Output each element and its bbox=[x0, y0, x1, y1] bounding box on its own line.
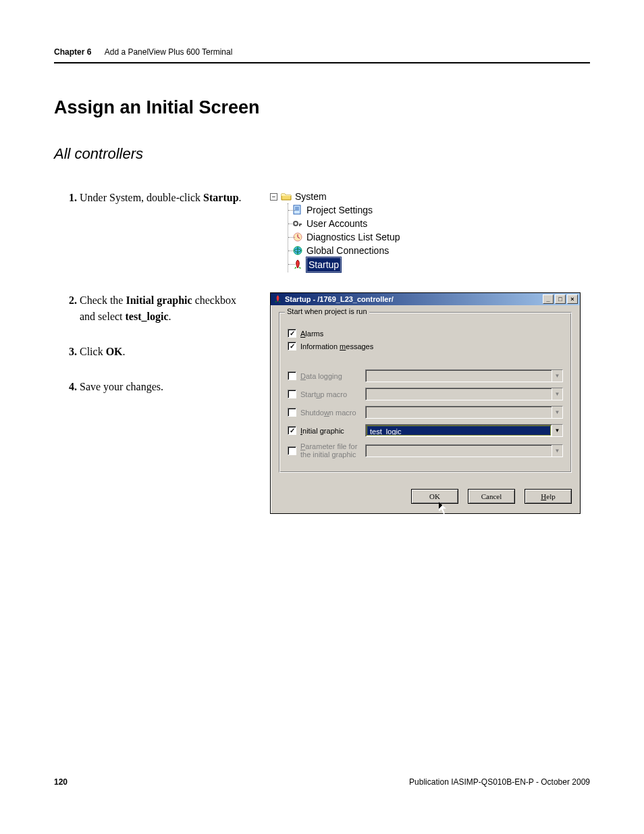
svg-point-4 bbox=[294, 221, 298, 226]
startup-macro-row: Startup macro ▼ bbox=[288, 388, 563, 400]
shutdown-macro-label: Shutdown macro bbox=[300, 409, 361, 417]
close-button[interactable]: × bbox=[567, 294, 578, 304]
startup-macro-combo: ▼ bbox=[365, 388, 563, 400]
data-logging-combo: ▼ bbox=[365, 369, 563, 382]
shutdown-macro-row: Shutdown macro ▼ bbox=[288, 406, 563, 419]
dialog-titlebar[interactable]: Startup - /1769_L23_controller/ _ □ × bbox=[271, 293, 580, 305]
page-header: Chapter 6 Add a PanelView Plus 600 Termi… bbox=[54, 47, 590, 63]
tree-item-startup[interactable]: Startup bbox=[292, 257, 400, 272]
group-legend: Start when project is run bbox=[285, 307, 369, 315]
data-logging-row: Data logging ▼ bbox=[288, 369, 563, 382]
publication-info: Publication IASIMP-QS010B-EN-P - October… bbox=[409, 777, 590, 787]
globe-icon bbox=[292, 245, 303, 256]
tree-item-startup-label: Startup bbox=[306, 257, 341, 272]
dropdown-icon: ▼ bbox=[552, 370, 562, 382]
initial-graphic-row[interactable]: ✓ Initial graphic test_logic ▼ bbox=[288, 424, 563, 437]
shutdown-macro-checkbox[interactable] bbox=[288, 408, 296, 417]
step-2: Check the Initial graphic checkbox and s… bbox=[80, 292, 250, 325]
dialog-title: Startup - /1769_L23_controller/ bbox=[285, 295, 394, 303]
rocket-icon bbox=[273, 295, 282, 304]
dropdown-icon: ▼ bbox=[552, 388, 562, 400]
folder-icon bbox=[281, 191, 292, 202]
startup-macro-checkbox[interactable] bbox=[288, 390, 296, 398]
ok-button[interactable]: OK bbox=[411, 489, 458, 504]
parameter-file-row: Parameter file for the initial graphic ▼ bbox=[288, 442, 563, 459]
dropdown-icon: ▼ bbox=[552, 407, 562, 418]
key-icon bbox=[292, 218, 303, 229]
shutdown-macro-combo: ▼ bbox=[365, 406, 563, 419]
tree-item-project-settings[interactable]: Project Settings bbox=[292, 203, 400, 217]
data-logging-label: Data logging bbox=[300, 372, 361, 380]
page-subtitle: All controllers bbox=[54, 145, 590, 163]
information-messages-checkbox[interactable]: ✓ bbox=[288, 342, 296, 350]
cancel-button[interactable]: Cancel bbox=[468, 489, 515, 504]
rocket-icon bbox=[292, 259, 303, 270]
step-1: Under System, double-click Startup. bbox=[80, 190, 250, 206]
step-3: Click OK. bbox=[80, 344, 250, 360]
alarms-label: Alarms bbox=[300, 330, 323, 338]
tree-root-label: System bbox=[295, 190, 327, 203]
tree-item-global-connections[interactable]: Global Connections bbox=[292, 244, 400, 257]
page-number: 120 bbox=[54, 777, 68, 787]
minimize-button[interactable]: _ bbox=[543, 294, 554, 304]
step-4: Save your changes. bbox=[80, 379, 250, 395]
alarms-checkbox-row[interactable]: ✓ Alarms bbox=[288, 329, 563, 338]
data-logging-checkbox[interactable] bbox=[288, 371, 296, 380]
help-button[interactable]: Help bbox=[525, 489, 572, 504]
tree-item-diagnostics[interactable]: Diagnostics List Setup bbox=[292, 230, 400, 244]
clock-icon bbox=[292, 232, 303, 242]
information-messages-label: Information messages bbox=[300, 342, 373, 350]
startup-macro-label: Startup macro bbox=[300, 390, 361, 398]
maximize-button[interactable]: □ bbox=[555, 294, 566, 304]
parameter-file-checkbox[interactable] bbox=[288, 446, 296, 455]
initial-graphic-checkbox[interactable]: ✓ bbox=[288, 426, 296, 435]
initial-graphic-value: test_logic bbox=[367, 425, 551, 436]
alarms-checkbox[interactable]: ✓ bbox=[288, 329, 296, 338]
chapter-title: Add a PanelView Plus 600 Terminal bbox=[105, 47, 233, 57]
information-messages-checkbox-row[interactable]: ✓ Information messages bbox=[288, 342, 563, 350]
initial-graphic-combo[interactable]: test_logic ▼ bbox=[365, 424, 563, 437]
dropdown-icon: ▼ bbox=[552, 445, 562, 457]
startup-groupbox: Start when project is run ✓ Alarms ✓ Inf… bbox=[279, 312, 572, 473]
dropdown-icon[interactable]: ▼ bbox=[552, 425, 562, 436]
collapse-icon[interactable]: − bbox=[270, 193, 277, 201]
chapter-label: Chapter 6 bbox=[54, 47, 91, 57]
tree-root[interactable]: − System bbox=[270, 190, 400, 203]
page-title: Assign an Initial Screen bbox=[54, 97, 590, 118]
parameter-file-label: Parameter file for the initial graphic bbox=[300, 442, 361, 459]
tree-item-user-accounts[interactable]: User Accounts bbox=[292, 217, 400, 230]
parameter-file-combo: ▼ bbox=[365, 444, 563, 457]
page-footer: 120 Publication IASIMP-QS010B-EN-P - Oct… bbox=[54, 777, 590, 787]
document-icon bbox=[292, 205, 303, 215]
system-tree: − System Project Settings User Accounts … bbox=[270, 190, 400, 272]
startup-dialog: Startup - /1769_L23_controller/ _ □ × St… bbox=[270, 292, 581, 514]
initial-graphic-label: Initial graphic bbox=[300, 427, 361, 435]
